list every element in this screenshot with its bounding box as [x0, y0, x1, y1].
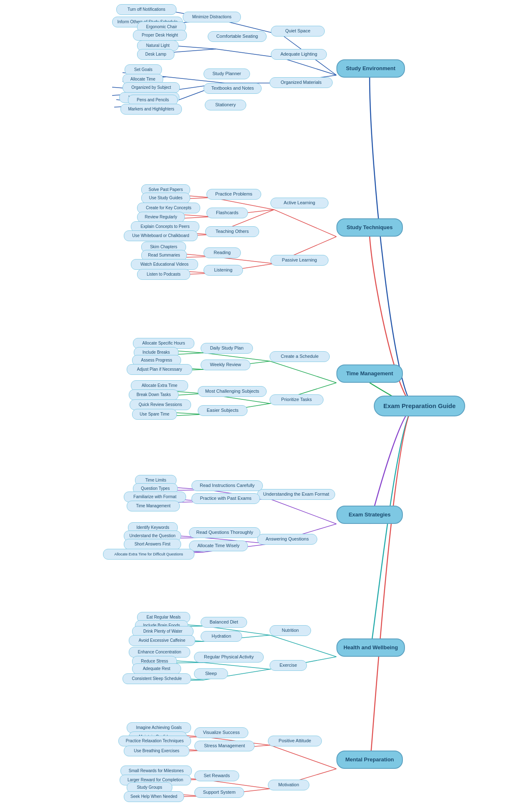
- allocate-extra-time-difficult-label: Allocate Extra Time for Difficult Questi…: [114, 552, 183, 557]
- organized-by-subject-label: Organized by Subject: [131, 85, 171, 90]
- support-system-node: Support System: [194, 787, 244, 798]
- desk-lamp-label: Desk Lamp: [145, 52, 167, 57]
- practice-problems-node: Practice Problems: [206, 189, 261, 200]
- read-instructions-label: Read Instructions Carefully: [200, 483, 255, 488]
- small-rewards-milestones-label: Small Rewards for Milestones: [129, 768, 184, 773]
- create-schedule-label: Create a Schedule: [281, 354, 319, 359]
- flashcards-node: Flashcards: [206, 208, 248, 218]
- comfortable-seating-node: Comfortable Seating: [208, 31, 267, 42]
- regular-physical-activity-node: Regular Physical Activity: [194, 652, 264, 663]
- listening-node: Listening: [204, 265, 243, 276]
- regular-physical-activity-label: Regular Physical Activity: [204, 654, 254, 660]
- short-answers-first-label: Short Answers First: [135, 542, 171, 547]
- central-label: Exam Preparation Guide: [383, 402, 456, 410]
- adjust-plan-label: Adjust Plan if Necessary: [137, 367, 182, 372]
- use-breathing-exercises-label: Use Breathing Exercises: [134, 748, 179, 753]
- active-learning-label: Active Learning: [284, 200, 315, 205]
- consistent-sleep-schedule-node: Consistent Sleep Schedule: [123, 673, 191, 684]
- natural-light-label: Natural Light: [146, 43, 170, 48]
- mental-preparation-node: Mental Preparation: [336, 751, 403, 769]
- exam-strategies-label: Exam Strategies: [348, 511, 390, 518]
- practice-relaxation-techniques-node: Practice Relaxation Techniques: [118, 736, 191, 746]
- teaching-others-node: Teaching Others: [205, 226, 259, 237]
- understand-question-label: Understand the Question: [129, 533, 175, 538]
- exercise-label: Exercise: [280, 663, 297, 668]
- allocate-time-wisely-node: Allocate Time Wisely: [189, 541, 248, 551]
- support-system-label: Support System: [203, 790, 235, 795]
- markers-highlighters-node: Markers and Highlighters: [120, 104, 182, 115]
- prioritize-tasks-node: Prioritize Tasks: [270, 394, 324, 405]
- motivation-label: Motivation: [278, 782, 299, 788]
- identify-keywords-label: Identify Keywords: [137, 525, 169, 530]
- allocate-specific-hours-label: Allocate Specific Hours: [142, 341, 185, 346]
- stress-management-label: Stress Management: [204, 743, 245, 748]
- use-spare-time-label: Use Spare Time: [140, 412, 169, 417]
- allocate-extra-time-label: Allocate Extra Time: [142, 383, 177, 388]
- question-types-label: Question Types: [141, 486, 169, 491]
- turn-off-notifications-node: Turn off Notifications: [116, 4, 177, 15]
- break-down-tasks-label: Break Down Tasks: [137, 392, 171, 397]
- weekly-review-label: Weekly Review: [210, 362, 241, 367]
- svg-line-50: [270, 499, 336, 524]
- assess-progress-label: Assess Progress: [141, 358, 172, 363]
- adequate-rest-label: Adequate Rest: [143, 666, 170, 671]
- short-answers-first-node: Short Answers First: [124, 539, 181, 550]
- health-wellbeing-label: Health and Wellbeing: [343, 644, 398, 651]
- stationery-node: Stationery: [205, 100, 246, 110]
- svg-line-36: [270, 361, 336, 383]
- teaching-others-label: Teaching Others: [216, 229, 249, 234]
- easier-subjects-label: Easier Subjects: [207, 408, 238, 413]
- positive-attitude-label: Positive Attitude: [279, 738, 311, 744]
- set-goals-label: Set Goals: [134, 67, 152, 72]
- enhance-concentration-label: Enhance Concentration: [138, 650, 181, 655]
- visualize-success-node: Visualize Success: [194, 727, 248, 738]
- weekly-review-node: Weekly Review: [201, 360, 250, 370]
- create-key-concepts-label: Create for Key Concepts: [146, 205, 191, 210]
- exam-strategies-node: Exam Strategies: [336, 506, 403, 524]
- create-schedule-node: Create a Schedule: [270, 351, 330, 362]
- listening-label: Listening: [214, 267, 232, 273]
- minimize-distractions-label: Minimize Distractions: [192, 15, 231, 20]
- use-whiteboard-label: Use Whiteboard or Chalkboard: [132, 233, 189, 238]
- svg-line-19: [274, 210, 336, 237]
- most-challenging-node: Most Challenging Subjects: [198, 386, 267, 397]
- nutrition-label: Nutrition: [282, 628, 299, 633]
- read-questions-thoroughly-node: Read Questions Thoroughly: [189, 527, 260, 538]
- passive-learning-label: Passive Learning: [282, 257, 317, 263]
- drink-plenty-water-label: Drink Plenty of Water: [143, 629, 182, 634]
- proper-desk-height-node: Proper Desk Height: [133, 30, 187, 41]
- textbooks-notes-node: Textbooks and Notes: [204, 83, 262, 94]
- positive-attitude-node: Positive Attitude: [268, 736, 322, 746]
- allocate-time-label: Allocate Time: [130, 77, 155, 82]
- quiet-space-node: Quiet Space: [271, 26, 325, 37]
- practice-problems-label: Practice Problems: [215, 191, 252, 197]
- use-breathing-exercises-node: Use Breathing Exercises: [124, 746, 189, 756]
- svg-line-78: [270, 745, 336, 769]
- health-wellbeing-node: Health and Wellbeing: [336, 638, 405, 657]
- exercise-node: Exercise: [270, 660, 307, 671]
- use-spare-time-node: Use Spare Time: [132, 409, 177, 420]
- include-breaks-label: Include Breaks: [142, 350, 170, 355]
- time-management-node: Time Management: [336, 364, 403, 383]
- time-limits-label: Time Limits: [145, 478, 167, 483]
- mental-preparation-label: Mental Preparation: [345, 756, 394, 763]
- stationery-label: Stationery: [215, 102, 236, 108]
- time-management-exam-node: Time Management: [127, 501, 180, 511]
- solve-past-papers-label: Solve Past Papers: [149, 187, 183, 192]
- study-planner-node: Study Planner: [204, 68, 250, 79]
- understanding-exam-format-node: Understanding the Exam Format: [257, 489, 335, 500]
- familiarize-format-label: Familiarize with Format: [133, 494, 176, 499]
- eat-regular-meals-label: Eat Regular Meals: [147, 615, 181, 620]
- reading-node: Reading: [204, 247, 241, 258]
- quiet-space-label: Quiet Space: [285, 28, 311, 34]
- svg-line-4: [282, 58, 336, 75]
- hydration-label: Hydration: [211, 633, 231, 639]
- most-challenging-label: Most Challenging Subjects: [205, 389, 259, 394]
- set-rewards-label: Set Rewards: [204, 773, 230, 778]
- adequate-rest-node: Adequate Rest: [132, 663, 181, 674]
- sleep-label: Sleep: [205, 671, 217, 676]
- read-questions-thoroughly-label: Read Questions Thoroughly: [196, 530, 253, 535]
- avoid-excessive-caffeine-node: Avoid Excessive Caffeine: [129, 635, 195, 646]
- allocate-extra-time-difficult-node: Allocate Extra Time for Difficult Questi…: [103, 549, 194, 560]
- time-management-exam-label: Time Management: [136, 504, 171, 509]
